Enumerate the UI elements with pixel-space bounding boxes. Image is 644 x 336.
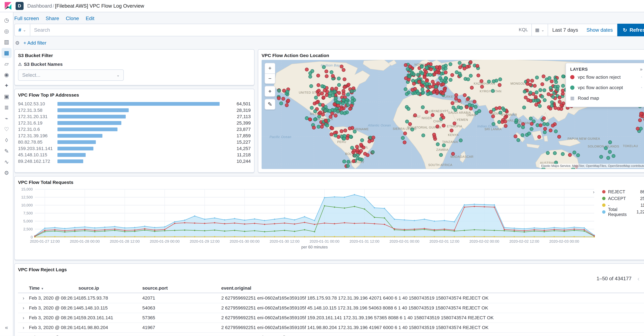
ip-bar[interactable] (58, 160, 83, 163)
previous-page-icon[interactable]: ‹ (638, 275, 640, 282)
menu-full-screen-link[interactable]: Full screen (14, 16, 39, 21)
expand-row-icon[interactable]: › (18, 305, 29, 311)
chevron-down-icon: ⌄ (23, 28, 26, 32)
menu-clone-link[interactable]: Clone (66, 16, 79, 21)
layer-item-vpc-flow-action-reject[interactable]: vpc flow action reject◔ (570, 72, 642, 82)
ip-bar[interactable] (58, 108, 129, 112)
canvas-nav-icon[interactable]: ▱ (2, 59, 12, 69)
svg-text:2020-01-30 12:00: 2020-01-30 12:00 (270, 239, 300, 244)
ip-bar[interactable] (58, 140, 96, 144)
recently-viewed-nav-icon[interactable]: ◷ (2, 15, 12, 25)
svg-text:2020-01-28 00:00: 2020-01-28 00:00 (70, 239, 100, 244)
machine-learning-nav-icon[interactable]: ✦ (2, 80, 12, 91)
svg-text:EGYPT: EGYPT (438, 109, 448, 113)
breadcrumb-dashboard[interactable]: Dashboard (27, 3, 52, 9)
svg-text:LIBYA: LIBYA (429, 109, 438, 113)
legend-value: 110 (640, 203, 644, 208)
menu-edit-link[interactable]: Edit (86, 16, 94, 21)
svg-text:KYRGYZSTAN: KYRGYZSTAN (480, 90, 502, 93)
ip-bar[interactable] (58, 121, 121, 125)
layer-item-vpc-flow-action-accept[interactable]: vpc flow action accept◔ (570, 82, 642, 93)
add-filter-link[interactable]: + Add filter (24, 40, 46, 46)
legend-item-accept[interactable]: ACCEPT253 (598, 195, 644, 202)
ip-bar[interactable] (58, 102, 220, 106)
dev-tools-nav-icon[interactable]: ✎ (2, 146, 12, 156)
cell-event-original: 2 627959692251 eni-0602af165e359105f 141… (221, 325, 644, 330)
svg-text:PERU: PERU (337, 140, 346, 144)
sidebar-nav: ◷◎▥▦▱◉✦▣≣⌁♡◊✎∿⚙ (2, 15, 12, 178)
ip-bar[interactable] (58, 115, 126, 118)
menu-share-link[interactable]: Share (46, 16, 59, 21)
legend-toggle-icon[interactable]: › (593, 189, 594, 194)
ip-label: 172.31.39.196 (18, 133, 54, 138)
logs-nav-icon[interactable]: ≣ (2, 102, 12, 112)
filter-options-gear-icon[interactable]: ⚙ (15, 40, 20, 46)
ip-bar-row: 172.31.20.13127,113 (18, 114, 251, 120)
ip-bar[interactable] (58, 153, 86, 157)
layer-color-dot (570, 86, 574, 90)
layer-item-road-map[interactable]: ▦Road map (570, 93, 642, 104)
expand-row-icon[interactable]: › (18, 315, 29, 321)
ip-bar-row: 94.102.53.1064,501 (18, 101, 251, 107)
layer-clock-icon: ◔ (640, 75, 642, 80)
metrics-nav-icon[interactable]: ▣ (2, 92, 12, 102)
refresh-button[interactable]: ↻ Refresh (617, 24, 644, 36)
svg-text:5,000: 5,000 (23, 219, 33, 223)
ip-label: 172.31.0.6 (18, 127, 54, 132)
fit-to-data-button[interactable]: ⌖ (265, 86, 275, 96)
kql-label[interactable]: KQL (519, 27, 528, 32)
table-row: ›Feb 3, 2020 @ 08:26:14.00045.148.10.115… (18, 303, 644, 313)
svg-text:0: 0 (31, 235, 33, 239)
ip-value: 10,244 (223, 159, 251, 164)
refresh-icon: ↻ (623, 27, 627, 33)
panel-s3-bucket-filter: S3 Bucket Filter ⚠ S3 Bucket Names Selec… (14, 49, 254, 85)
legend-swatch (602, 197, 606, 200)
ip-bar[interactable] (58, 134, 102, 138)
zoom-in-button[interactable]: + (265, 63, 275, 73)
draw-filter-button[interactable]: ✎ (265, 99, 275, 109)
query-bar: # ⌄ KQL ▦ ⌄ Last 7 days Show dates ↻ (14, 24, 644, 36)
collapse-nav-icon[interactable]: « (2, 322, 12, 332)
stack-monitoring-nav-icon[interactable]: ∿ (2, 157, 12, 167)
management-nav-icon[interactable]: ⚙ (2, 168, 12, 178)
ip-label: 172.31.20.131 (18, 114, 54, 119)
kibana-dashboard-app: D Dashboard / [Filebeat AWS] VPC Flow Lo… (0, 0, 644, 336)
legend-item-reject[interactable]: REJECT863 (598, 188, 644, 195)
dashboard-nav-icon[interactable]: ▦ (2, 48, 12, 58)
siem-nav-icon[interactable]: ◊ (2, 135, 12, 145)
column-header-time[interactable]: Time▼ (29, 286, 78, 291)
search-input[interactable] (30, 24, 532, 36)
saved-query-icon: # (18, 27, 21, 33)
layers-collapse-icon[interactable]: » (640, 66, 642, 72)
s3-bucket-select[interactable]: Select... ⌄ (18, 70, 124, 81)
ip-bar[interactable] (58, 128, 118, 131)
ip-value: 23,877 (223, 127, 251, 132)
table-row: ›Feb 3, 2020 @ 08:25:25.000183.129.160.2… (18, 332, 644, 336)
svg-text:2020-01-28 12:00: 2020-01-28 12:00 (110, 239, 140, 244)
discover-nav-icon[interactable]: ◎ (2, 26, 12, 36)
time-range-label[interactable]: Last 7 days (548, 27, 582, 33)
expand-row-icon[interactable]: › (18, 325, 29, 330)
column-header-source-ip[interactable]: source.ip (78, 286, 142, 291)
expand-row-icon[interactable]: › (18, 334, 29, 336)
chevron-down-icon: ⌄ (116, 73, 120, 77)
column-header-source-port[interactable]: source.port (142, 286, 221, 291)
map-canvas[interactable]: NORWAYKAZAKHSTANMONGOLIAUNITED STATESMEX… (262, 60, 644, 169)
show-dates-link[interactable]: Show dates (582, 27, 617, 33)
legend-item-total-requests[interactable]: Total Requests1,226 (598, 208, 644, 215)
expand-row-icon[interactable]: › (18, 295, 29, 301)
ip-label: 172.31.6.19 (18, 120, 54, 126)
saved-query-button[interactable]: # ⌄ (14, 24, 30, 36)
uptime-nav-icon[interactable]: ♡ (2, 124, 12, 134)
svg-text:2020-02-03 00:00: 2020-02-03 00:00 (549, 239, 579, 244)
visualize-nav-icon[interactable]: ▥ (2, 37, 12, 47)
ip-bar[interactable] (58, 147, 93, 150)
kibana-logo[interactable] (4, 2, 12, 10)
legend-value: 1,226 (636, 210, 644, 214)
column-header-event-original[interactable]: event.original (221, 286, 644, 291)
ip-label: 45.148.10.115 (18, 152, 54, 158)
apm-nav-icon[interactable]: ⌁ (2, 113, 12, 124)
zoom-out-button[interactable]: − (265, 74, 275, 84)
maps-nav-icon[interactable]: ◉ (2, 70, 12, 80)
calendar-button[interactable]: ▦ ⌄ (532, 24, 548, 36)
